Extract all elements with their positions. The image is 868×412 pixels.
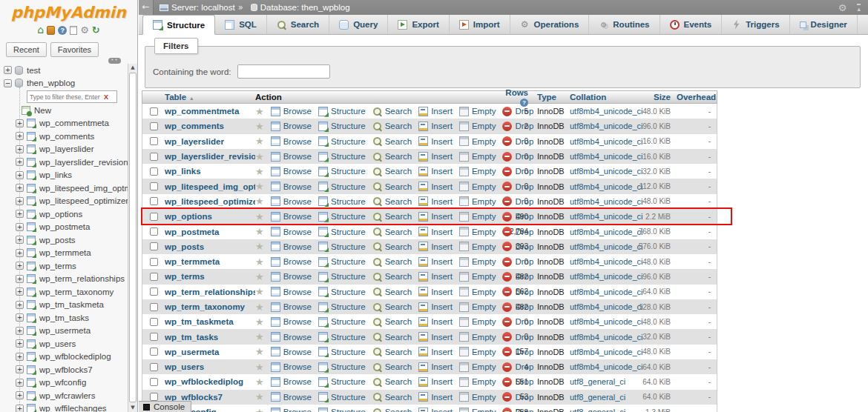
tab-events[interactable]: Events bbox=[660, 15, 723, 34]
action-empty[interactable]: Empty bbox=[459, 242, 496, 251]
action-empty[interactable]: Empty bbox=[459, 257, 496, 267]
action-structure[interactable]: Structure bbox=[318, 227, 366, 236]
tab-operations[interactable]: Operations bbox=[510, 15, 590, 34]
action-insert[interactable]: Insert bbox=[418, 167, 453, 176]
collation[interactable]: utf8mb4_unicode_ci bbox=[567, 288, 635, 296]
collation[interactable]: utf8mb4_unicode_ci bbox=[567, 362, 635, 371]
recent-button[interactable]: Recent bbox=[6, 42, 47, 57]
sidebar-table-item[interactable]: + wp_term_taxonomy bbox=[16, 285, 128, 299]
sidebar-table-label[interactable]: wp_layerslider bbox=[39, 144, 94, 153]
action-empty[interactable]: Empty bbox=[459, 287, 496, 296]
action-insert[interactable]: Insert bbox=[418, 182, 453, 191]
action-search[interactable]: Search bbox=[372, 227, 412, 236]
action-browse[interactable]: Browse bbox=[271, 272, 312, 282]
header-rows[interactable]: Rows? bbox=[497, 88, 531, 107]
favorite-star-icon[interactable]: ★ bbox=[255, 302, 264, 312]
collation[interactable]: utf8mb4_unicode_ci bbox=[567, 272, 635, 281]
favorite-star-icon[interactable]: ★ bbox=[255, 272, 264, 282]
action-browse[interactable]: Browse bbox=[271, 257, 312, 267]
action-insert[interactable]: Insert bbox=[418, 152, 453, 162]
docs-icon[interactable] bbox=[70, 26, 77, 35]
favorite-star-icon[interactable]: ★ bbox=[255, 227, 264, 236]
row-checkbox[interactable] bbox=[150, 303, 158, 311]
expand-icon[interactable]: + bbox=[16, 339, 24, 348]
table-name-link[interactable]: wp_litespeed_optimizer bbox=[165, 197, 255, 206]
action-insert[interactable]: Insert bbox=[418, 408, 453, 412]
action-insert[interactable]: Insert bbox=[418, 212, 453, 222]
action-browse[interactable]: Browse bbox=[271, 136, 312, 146]
action-search[interactable]: Search bbox=[372, 122, 412, 131]
row-checkbox[interactable] bbox=[150, 378, 158, 386]
size[interactable]: 48.0 KiB bbox=[635, 258, 677, 266]
action-structure[interactable]: Structure bbox=[318, 242, 366, 251]
row-checkbox[interactable] bbox=[150, 242, 158, 250]
sidebar-table-label[interactable]: wp_termmeta bbox=[39, 248, 91, 257]
size[interactable]: 2.2 MiB bbox=[635, 213, 677, 221]
expand-icon[interactable]: + bbox=[16, 132, 24, 140]
action-empty[interactable]: Empty bbox=[459, 362, 496, 372]
row-checkbox[interactable] bbox=[150, 318, 158, 326]
database-label[interactable]: test bbox=[27, 66, 41, 75]
row-checkbox[interactable] bbox=[150, 227, 158, 236]
size[interactable]: 16.0 KiB bbox=[635, 153, 677, 161]
action-structure[interactable]: Structure bbox=[318, 317, 366, 327]
sidebar-table-label[interactable]: wp_wfcrawlers bbox=[39, 391, 95, 400]
size[interactable]: 112.0 KiB bbox=[635, 182, 677, 190]
favorite-star-icon[interactable]: ★ bbox=[255, 408, 264, 412]
collation[interactable]: utf8mb4_unicode_ci bbox=[567, 317, 635, 326]
tree-filter-input[interactable] bbox=[27, 93, 102, 101]
action-browse[interactable]: Browse bbox=[271, 196, 312, 206]
scroll-down-icon[interactable]: ▼ bbox=[128, 404, 137, 412]
collation[interactable]: utf8mb4_unicode_ci bbox=[567, 107, 635, 116]
breadcrumb-server-link[interactable]: Server: localhost bbox=[171, 3, 235, 12]
action-empty[interactable]: Empty bbox=[459, 347, 496, 356]
collation[interactable]: utf8mb4_unicode_ci bbox=[567, 257, 635, 266]
row-checkbox[interactable] bbox=[150, 258, 158, 266]
action-search[interactable]: Search bbox=[372, 272, 412, 282]
row-checkbox[interactable] bbox=[150, 197, 158, 205]
size[interactable]: 64.0 KiB bbox=[635, 288, 677, 296]
sidebar-table-item[interactable]: + wp_terms bbox=[16, 259, 128, 273]
sidebar-table-label[interactable]: wp_comments bbox=[39, 132, 94, 141]
favorite-star-icon[interactable]: ★ bbox=[255, 257, 264, 267]
action-structure[interactable]: Structure bbox=[318, 107, 366, 116]
table-name-link[interactable]: wp_posts bbox=[165, 242, 255, 251]
action-empty[interactable]: Empty bbox=[459, 377, 496, 387]
size[interactable]: 1.3 MiB bbox=[635, 408, 677, 412]
table-name-link[interactable]: wp_links bbox=[165, 167, 255, 176]
size[interactable]: 48.0 KiB bbox=[635, 348, 677, 356]
action-empty[interactable]: Empty bbox=[459, 272, 496, 282]
sidebar-table-item[interactable]: + wp_termmeta bbox=[16, 247, 128, 260]
sidebar-table-label[interactable]: wp_layerslider_revisions bbox=[39, 158, 128, 167]
action-browse[interactable]: Browse bbox=[271, 332, 312, 342]
header-type[interactable]: Type bbox=[531, 93, 567, 102]
table-name-link[interactable]: wp_terms bbox=[165, 272, 255, 281]
table-name-link[interactable]: wp_tm_taskmeta bbox=[165, 317, 255, 326]
row-checkbox[interactable] bbox=[150, 393, 158, 401]
expand-icon[interactable]: + bbox=[16, 262, 24, 270]
sidebar-scrollbar[interactable]: ▲ ▼ bbox=[128, 64, 137, 412]
expand-icon[interactable]: + bbox=[16, 236, 24, 244]
action-insert[interactable]: Insert bbox=[418, 122, 453, 131]
size[interactable]: 48.0 KiB bbox=[635, 197, 677, 205]
action-browse[interactable]: Browse bbox=[271, 212, 312, 222]
row-checkbox[interactable] bbox=[150, 213, 158, 221]
tab-triggers[interactable]: Triggers bbox=[722, 15, 789, 34]
collapse-topbar-icon[interactable]: ▴ bbox=[857, 4, 861, 12]
action-structure[interactable]: Structure bbox=[318, 302, 366, 312]
size[interactable]: 64.0 KiB bbox=[635, 393, 677, 401]
table-name-link[interactable]: wp_termmeta bbox=[165, 257, 255, 266]
action-search[interactable]: Search bbox=[372, 332, 412, 342]
action-browse[interactable]: Browse bbox=[271, 362, 312, 372]
sidebar-table-item[interactable]: + wp_postmeta bbox=[16, 221, 128, 234]
size[interactable]: 768.0 KiB bbox=[635, 227, 677, 236]
table-name-link[interactable]: wp_wfblockediplog bbox=[165, 377, 255, 386]
action-search[interactable]: Search bbox=[372, 182, 412, 191]
collation[interactable]: utf8mb4_unicode_ci bbox=[567, 348, 635, 356]
action-empty[interactable]: Empty bbox=[459, 136, 496, 146]
action-browse[interactable]: Browse bbox=[271, 182, 312, 191]
phpmyadmin-logo[interactable]: phpMyAdmin bbox=[0, 0, 137, 21]
favorite-star-icon[interactable]: ★ bbox=[255, 196, 264, 206]
expand-icon[interactable]: + bbox=[16, 288, 24, 296]
tab-routines[interactable]: Routines bbox=[589, 15, 660, 34]
